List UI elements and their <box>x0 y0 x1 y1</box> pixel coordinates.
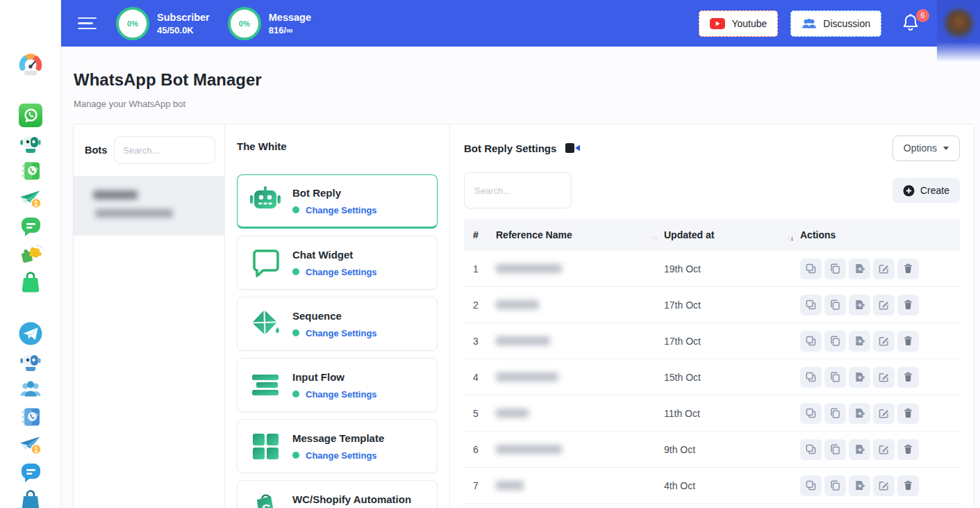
sidebar-item-whatsapp-broadcast[interactable]: 1 <box>18 186 43 211</box>
row-updated-at: 15th Oct <box>664 372 800 383</box>
export-button[interactable] <box>849 439 870 460</box>
delete-button[interactable] <box>897 295 919 316</box>
copy-button[interactable] <box>824 295 846 316</box>
svg-text:1: 1 <box>34 445 38 454</box>
duplicate-button[interactable] <box>800 295 822 316</box>
export-button[interactable] <box>849 331 870 352</box>
copy-button[interactable] <box>824 439 846 460</box>
sidebar-item-telegram-groups[interactable] <box>18 377 43 402</box>
sidebar-item-whatsapp[interactable] <box>18 103 43 128</box>
edit-button[interactable] <box>873 403 895 424</box>
chevron-down-icon <box>943 147 949 150</box>
export-button[interactable] <box>849 367 870 388</box>
export-icon <box>854 408 865 418</box>
sort-icon-active[interactable]: ↑↓ <box>788 233 794 242</box>
edit-button[interactable] <box>873 475 895 496</box>
sidebar-item-telegram-chat[interactable] <box>18 460 43 485</box>
sidebar-item-telegram-bot[interactable] <box>18 349 43 374</box>
user-menu-button[interactable] <box>937 0 980 62</box>
duplicate-icon <box>806 336 816 346</box>
discussion-button[interactable]: Discussion <box>790 10 881 37</box>
sidebar-item-telegram-contacts[interactable] <box>18 404 43 429</box>
sidebar-item-telegram-store[interactable] <box>18 488 43 508</box>
settings-card-input-flow[interactable]: Input Flow Change Settings <box>237 358 438 412</box>
delete-button[interactable] <box>897 475 919 496</box>
copy-icon <box>830 263 840 274</box>
table-body: 1 19th Oct <box>464 251 960 508</box>
delete-button[interactable] <box>897 331 919 352</box>
delete-button[interactable] <box>897 367 919 388</box>
duplicate-button[interactable] <box>800 403 822 424</box>
delete-button[interactable] <box>897 403 919 424</box>
bot-phone-redacted <box>95 209 173 218</box>
bot-manager-panel: Bots The White <box>73 124 974 508</box>
copy-button[interactable] <box>824 259 846 279</box>
settings-card-bot-reply[interactable]: Bot Reply Change Settings <box>237 174 438 229</box>
copy-button[interactable] <box>824 367 846 388</box>
export-button[interactable] <box>849 403 870 424</box>
change-settings-link[interactable]: Change Settings <box>306 450 377 461</box>
sidebar-item-whatsapp-contacts[interactable] <box>18 158 43 183</box>
create-button[interactable]: Create <box>892 178 960 203</box>
duplicate-icon <box>806 372 816 382</box>
edit-button[interactable] <box>873 259 895 279</box>
youtube-button[interactable]: Youtube <box>699 10 778 37</box>
duplicate-icon <box>806 444 816 454</box>
copy-button[interactable] <box>824 475 846 496</box>
sidebar-item-telegram[interactable] <box>18 321 43 346</box>
row-updated-at: 19th Oct <box>664 263 800 275</box>
edit-button[interactable] <box>873 295 895 316</box>
copy-button[interactable] <box>824 331 846 352</box>
hamburger-menu-icon[interactable] <box>78 17 97 30</box>
sidebar-item-whatsapp-chat[interactable] <box>18 214 43 239</box>
change-settings-link[interactable]: Change Settings <box>306 389 377 400</box>
row-updated-at: 17th Oct <box>664 300 800 311</box>
edit-icon <box>879 336 889 346</box>
sidebar-item-whatsapp-bot[interactable] <box>18 131 43 156</box>
settings-card-message-template[interactable]: Message Template Change Settings <box>237 419 438 473</box>
edit-button[interactable] <box>873 331 895 352</box>
edit-button[interactable] <box>873 439 895 460</box>
row-number: 3 <box>464 336 496 347</box>
table-row: 7 4th Oct <box>464 468 960 504</box>
bots-search-input[interactable] <box>114 136 215 164</box>
bot-list-item-selected[interactable] <box>74 177 224 236</box>
column-header-reference-name[interactable]: Reference Name ↑↓ <box>496 229 664 242</box>
table-header-row: # Reference Name ↑↓ Updated at ↑↓ Action… <box>464 219 960 251</box>
copy-button[interactable] <box>824 403 846 424</box>
change-settings-link[interactable]: Change Settings <box>306 328 377 338</box>
change-settings-link[interactable]: Change Settings <box>306 267 377 277</box>
settings-card-wc-shopify[interactable]: S WC/Shopify Automation Change Settings <box>237 480 438 508</box>
column-header-updated-at[interactable]: Updated at ↑↓ <box>664 229 800 242</box>
export-button[interactable] <box>849 259 870 279</box>
telegram-store-icon <box>19 489 42 508</box>
duplicate-button[interactable] <box>800 259 822 279</box>
sidebar-item-telegram-broadcast[interactable]: 1 <box>18 432 43 457</box>
change-settings-link[interactable]: Change Settings <box>306 205 377 215</box>
export-button[interactable] <box>849 295 870 316</box>
edit-button[interactable] <box>873 367 895 388</box>
duplicate-button[interactable] <box>800 367 822 388</box>
bot-settings-column: The White <box>225 124 450 508</box>
settings-card-chat-widget[interactable]: Chat Widget Change Settings <box>237 236 438 290</box>
duplicate-button[interactable] <box>800 331 822 352</box>
sidebar-item-integrations[interactable] <box>18 242 43 267</box>
edit-icon <box>879 300 889 310</box>
reference-name-redacted <box>496 336 550 345</box>
sidebar-item-whatsapp-store[interactable] <box>18 270 43 295</box>
sort-icon[interactable]: ↑↓ <box>651 233 658 242</box>
duplicate-button[interactable] <box>800 439 822 460</box>
reply-search-input[interactable] <box>464 172 572 208</box>
integrations-puzzle-icon <box>19 243 42 266</box>
card-title: Message Template <box>292 432 384 444</box>
card-title: Bot Reply <box>292 187 377 199</box>
telegram-icon <box>18 321 43 346</box>
options-button[interactable]: Options <box>892 136 960 161</box>
duplicate-button[interactable] <box>800 475 822 496</box>
notifications-button[interactable]: 6 <box>902 13 920 34</box>
delete-button[interactable] <box>897 439 919 460</box>
delete-button[interactable] <box>897 259 919 279</box>
settings-card-sequence[interactable]: Sequence Change Settings <box>237 297 438 351</box>
sidebar-item-dashboard[interactable] <box>18 53 43 78</box>
export-button[interactable] <box>849 475 870 496</box>
